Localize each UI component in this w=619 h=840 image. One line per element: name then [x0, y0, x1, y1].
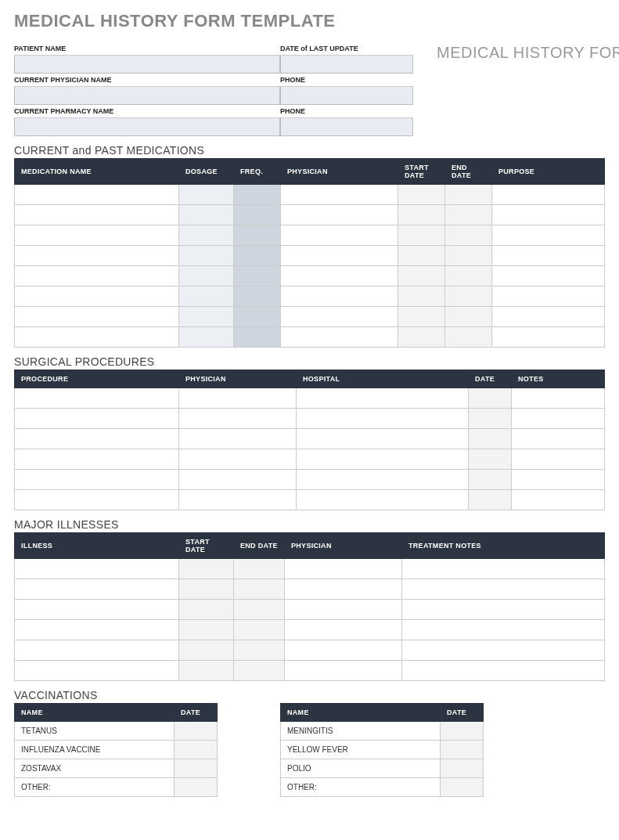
medications-cell[interactable]	[445, 205, 492, 225]
vaccine-date-cell[interactable]	[175, 778, 218, 797]
medications-cell[interactable]	[492, 287, 605, 307]
medications-cell[interactable]	[179, 246, 234, 266]
medications-cell[interactable]	[492, 225, 605, 246]
surgical-cell[interactable]	[179, 449, 297, 470]
medications-cell[interactable]	[234, 246, 281, 266]
illnesses-cell[interactable]	[234, 600, 285, 620]
surgical-cell[interactable]	[297, 449, 469, 470]
surgical-cell[interactable]	[15, 449, 179, 470]
medications-cell[interactable]	[15, 246, 179, 266]
illnesses-cell[interactable]	[234, 620, 285, 640]
medications-cell[interactable]	[179, 266, 234, 287]
illnesses-cell[interactable]	[15, 640, 179, 661]
medications-cell[interactable]	[281, 246, 398, 266]
illnesses-cell[interactable]	[402, 559, 605, 579]
medications-cell[interactable]	[234, 287, 281, 307]
surgical-cell[interactable]	[15, 388, 179, 409]
medications-cell[interactable]	[179, 287, 234, 307]
illnesses-cell[interactable]	[234, 640, 285, 661]
surgical-cell[interactable]	[512, 470, 605, 490]
medications-cell[interactable]	[15, 307, 179, 327]
medications-cell[interactable]	[281, 307, 398, 327]
surgical-cell[interactable]	[512, 449, 605, 470]
surgical-cell[interactable]	[469, 490, 512, 510]
surgical-cell[interactable]	[512, 409, 605, 429]
surgical-cell[interactable]	[469, 470, 512, 490]
surgical-cell[interactable]	[179, 388, 297, 409]
medications-cell[interactable]	[445, 327, 492, 348]
medications-cell[interactable]	[281, 266, 398, 287]
pharmacy-phone-input[interactable]	[280, 117, 413, 136]
surgical-cell[interactable]	[297, 490, 469, 510]
medications-cell[interactable]	[492, 185, 605, 205]
vaccine-date-cell[interactable]	[175, 741, 218, 759]
illnesses-cell[interactable]	[402, 620, 605, 640]
surgical-cell[interactable]	[512, 490, 605, 510]
medications-cell[interactable]	[492, 327, 605, 348]
surgical-cell[interactable]	[297, 429, 469, 449]
medications-cell[interactable]	[445, 225, 492, 246]
medications-cell[interactable]	[398, 287, 445, 307]
medications-cell[interactable]	[234, 185, 281, 205]
medications-cell[interactable]	[15, 205, 179, 225]
surgical-cell[interactable]	[469, 429, 512, 449]
medications-cell[interactable]	[15, 287, 179, 307]
medications-cell[interactable]	[234, 307, 281, 327]
medications-cell[interactable]	[398, 185, 445, 205]
vaccine-date-cell[interactable]	[441, 759, 484, 778]
illnesses-cell[interactable]	[234, 661, 285, 681]
medications-cell[interactable]	[398, 327, 445, 348]
surgical-cell[interactable]	[179, 470, 297, 490]
illnesses-cell[interactable]	[179, 559, 234, 579]
surgical-cell[interactable]	[297, 388, 469, 409]
surgical-cell[interactable]	[469, 409, 512, 429]
medications-cell[interactable]	[445, 287, 492, 307]
medications-cell[interactable]	[234, 225, 281, 246]
medications-cell[interactable]	[445, 307, 492, 327]
medications-cell[interactable]	[234, 327, 281, 348]
illnesses-cell[interactable]	[285, 559, 402, 579]
vaccine-date-cell[interactable]	[441, 778, 484, 797]
medications-cell[interactable]	[281, 185, 398, 205]
illnesses-cell[interactable]	[179, 579, 234, 600]
medications-cell[interactable]	[398, 266, 445, 287]
medications-cell[interactable]	[398, 225, 445, 246]
medications-cell[interactable]	[492, 205, 605, 225]
medications-cell[interactable]	[281, 225, 398, 246]
surgical-cell[interactable]	[297, 409, 469, 429]
illnesses-cell[interactable]	[285, 620, 402, 640]
surgical-cell[interactable]	[179, 490, 297, 510]
illnesses-cell[interactable]	[15, 579, 179, 600]
medications-cell[interactable]	[15, 327, 179, 348]
surgical-cell[interactable]	[15, 470, 179, 490]
medications-cell[interactable]	[15, 185, 179, 205]
pharmacy-name-input[interactable]	[14, 117, 280, 136]
medications-cell[interactable]	[179, 225, 234, 246]
surgical-cell[interactable]	[15, 409, 179, 429]
medications-cell[interactable]	[445, 266, 492, 287]
vaccine-date-cell[interactable]	[441, 722, 484, 741]
medications-cell[interactable]	[398, 246, 445, 266]
last-update-input[interactable]	[280, 55, 413, 74]
physician-phone-input[interactable]	[280, 86, 413, 105]
vaccine-date-cell[interactable]	[175, 722, 218, 741]
illnesses-cell[interactable]	[402, 600, 605, 620]
medications-cell[interactable]	[281, 205, 398, 225]
patient-name-input[interactable]	[14, 55, 280, 74]
illnesses-cell[interactable]	[15, 661, 179, 681]
medications-cell[interactable]	[281, 327, 398, 348]
illnesses-cell[interactable]	[285, 600, 402, 620]
medications-cell[interactable]	[398, 205, 445, 225]
surgical-cell[interactable]	[297, 470, 469, 490]
illnesses-cell[interactable]	[285, 661, 402, 681]
medications-cell[interactable]	[15, 266, 179, 287]
illnesses-cell[interactable]	[285, 640, 402, 661]
illnesses-cell[interactable]	[179, 600, 234, 620]
surgical-cell[interactable]	[15, 490, 179, 510]
illnesses-cell[interactable]	[402, 661, 605, 681]
medications-cell[interactable]	[179, 307, 234, 327]
medications-cell[interactable]	[179, 327, 234, 348]
medications-cell[interactable]	[179, 205, 234, 225]
medications-cell[interactable]	[398, 307, 445, 327]
vaccine-date-cell[interactable]	[175, 759, 218, 778]
